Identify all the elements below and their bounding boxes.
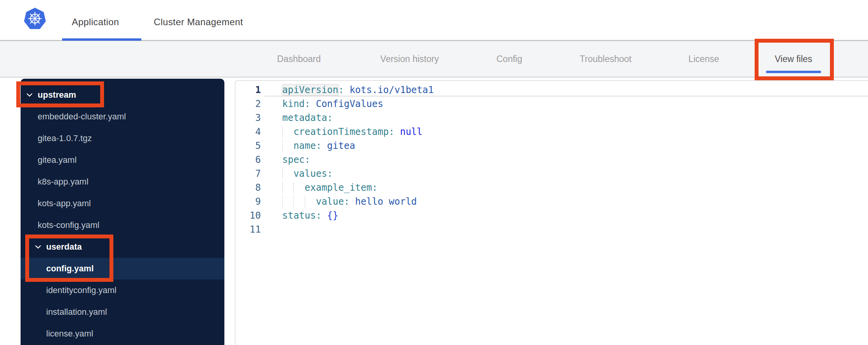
code-token: value: [316, 196, 344, 207]
kots-admin-console: Application Cluster Management Dashboard…: [0, 0, 868, 345]
line-number: 7: [235, 167, 261, 181]
line-number: 4: [235, 125, 261, 139]
tree-item-label: gitea.yaml: [38, 155, 76, 165]
code-token: apiVersion: [282, 85, 339, 95]
tree-item-identityconfig-yaml[interactable]: identityconfig.yaml: [21, 279, 224, 301]
tree-item-label: installation.yaml: [46, 307, 107, 317]
tab-view-files[interactable]: View files: [775, 54, 812, 64]
code-token: values: [293, 168, 327, 179]
tree-item-label: upstream: [38, 90, 76, 100]
code-line: values:: [282, 167, 868, 181]
editor-gutter: 1234567891011: [235, 83, 264, 345]
code-token: kind: [282, 98, 305, 109]
code-token: null: [400, 126, 422, 137]
code-token: name: [293, 140, 316, 151]
code-token: :: [327, 112, 333, 123]
code-token: :: [327, 168, 333, 179]
tab-config[interactable]: Config: [496, 54, 522, 64]
tab-dashboard[interactable]: Dashboard: [277, 54, 321, 64]
code-line: spec:: [282, 153, 868, 167]
tree-item-label: kots-app.yaml: [38, 198, 91, 209]
code-text: creationTimestamp: null: [282, 126, 422, 137]
file-tree: upstreamembedded-cluster.yamlgitea-1.0.7…: [21, 79, 224, 345]
code-line: example_item:: [282, 181, 868, 195]
code-line: kind: ConfigValues: [282, 97, 868, 111]
tree-item-label: k8s-app.yaml: [38, 177, 89, 187]
tree-item-upstream[interactable]: upstream: [21, 84, 224, 106]
code-text: value: hello world: [282, 196, 417, 207]
app-header: Application Cluster Management: [0, 0, 868, 41]
tree-item-gitea-yaml[interactable]: gitea.yaml: [21, 149, 224, 171]
code-line: apiVersion: kots.io/v1beta1: [282, 83, 868, 97]
code-token: :: [344, 196, 349, 207]
tree-item-label: kots-config.yaml: [38, 220, 99, 230]
code-token: :: [372, 182, 377, 193]
tree-item-label: identityconfig.yaml: [46, 285, 116, 295]
code-line: creationTimestamp: null: [282, 125, 868, 139]
tree-item-label: embedded-cluster.yaml: [38, 112, 126, 122]
code-token: status: [282, 210, 316, 221]
code-token: {}: [327, 210, 339, 221]
line-number: 11: [235, 223, 261, 236]
line-number: 3: [235, 111, 261, 125]
chevron-down-icon: [35, 245, 41, 249]
tab-application[interactable]: Application: [72, 17, 119, 28]
tab-troubleshoot[interactable]: Troubleshoot: [580, 54, 631, 64]
code-text: spec:: [282, 154, 310, 165]
code-line: [282, 223, 868, 236]
code-text: values:: [282, 168, 333, 179]
code-line: status: {}: [282, 209, 868, 223]
line-number: 5: [235, 139, 261, 153]
code-token: :: [339, 85, 344, 95]
code-text: status: {}: [282, 210, 339, 221]
tab-license[interactable]: License: [688, 54, 719, 64]
tree-item-gitea-1-0-7-tgz[interactable]: gitea-1.0.7.tgz: [21, 128, 224, 149]
line-number: 1: [235, 83, 261, 97]
line-number: 2: [235, 97, 261, 111]
yaml-editor[interactable]: 1234567891011 apiVersion: kots.io/v1beta…: [235, 80, 868, 345]
code-text: example_item:: [282, 182, 378, 193]
code-line: metadata:: [282, 111, 868, 125]
code-token: :: [316, 210, 321, 221]
code-token: hello world: [355, 196, 417, 207]
tab-cluster-management[interactable]: Cluster Management: [154, 17, 243, 28]
code-token: spec: [282, 154, 305, 165]
line-number: 8: [235, 181, 261, 195]
code-token: :: [305, 154, 310, 165]
tree-item-k8s-app-yaml[interactable]: k8s-app.yaml: [21, 171, 224, 193]
code-line: name: gitea: [282, 139, 868, 153]
tree-item-label: gitea-1.0.7.tgz: [38, 133, 92, 143]
code-line: value: hello world: [282, 195, 868, 209]
line-number: 9: [235, 195, 261, 209]
tree-item-license-yaml[interactable]: license.yaml: [21, 323, 224, 345]
line-number: 10: [235, 209, 261, 223]
code-token: ConfigValues: [316, 98, 383, 109]
line-number: 6: [235, 153, 261, 167]
code-token: kots.io/v1beta1: [349, 85, 434, 95]
code-token: creationTimestamp: [293, 126, 389, 137]
chevron-down-icon: [26, 93, 33, 97]
code-lines: apiVersion: kots.io/v1beta1kind: ConfigV…: [264, 83, 868, 345]
code-text: name: gitea: [282, 140, 355, 151]
tree-item-kots-config-yaml[interactable]: kots-config.yaml: [21, 214, 224, 236]
code-text: metadata:: [282, 112, 333, 123]
tree-item-installation-yaml[interactable]: installation.yaml: [21, 301, 224, 323]
code-token: :: [305, 98, 310, 109]
tree-item-label: license.yaml: [46, 329, 93, 339]
subnav: DashboardVersion historyConfigTroublesho…: [0, 41, 868, 78]
tree-item-embedded-cluster-yaml[interactable]: embedded-cluster.yaml: [21, 106, 224, 128]
tree-item-userdata[interactable]: userdata: [21, 236, 224, 258]
tree-item-kots-app-yaml[interactable]: kots-app.yaml: [21, 193, 224, 214]
code-token: example_item: [305, 182, 372, 193]
code-text: kind: ConfigValues: [282, 98, 383, 109]
code-token: metadata: [282, 112, 327, 123]
kubernetes-logo-icon: [24, 7, 46, 30]
tab-version-history[interactable]: Version history: [380, 54, 439, 64]
code-token: :: [316, 140, 321, 151]
code-token: :: [389, 126, 394, 137]
tree-item-label: config.yaml: [46, 264, 94, 274]
tree-item-label: userdata: [46, 242, 82, 252]
code-text: apiVersion: kots.io/v1beta1: [282, 85, 434, 95]
tree-item-config-yaml[interactable]: config.yaml: [21, 258, 224, 279]
code-token: gitea: [327, 140, 355, 151]
